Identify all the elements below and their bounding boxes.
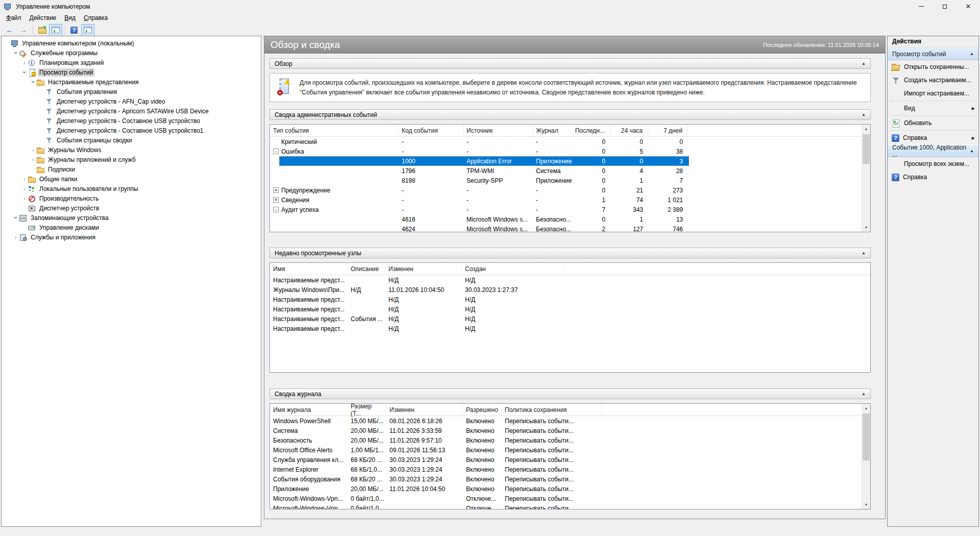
collapse-arrow-icon[interactable]: ▲ [862,61,866,66]
action-item[interactable]: Создать настраиваем... [888,74,978,87]
admin-event-row[interactable]: -Ошибка---0538 [270,147,870,156]
column-header[interactable]: Изменен [386,404,463,416]
menu-Файл[interactable]: Файл [2,13,26,22]
tree-collapsed-chevron-icon[interactable]: › [12,234,19,240]
overview-section-header[interactable]: Обзор ▲ [270,58,871,69]
vertical-scrollbar[interactable]: ▲ ▼ [862,404,870,509]
log-row[interactable]: Система20,00 МБ/...11.01.2026 3:33:59Вкл… [270,426,870,435]
log-row[interactable]: Microsoft-Windows-Vpn...0 байт/1,0...Отк… [270,503,870,509]
collapse-arrow-icon[interactable]: ▲ [862,112,866,117]
tree-collapsed-chevron-icon[interactable]: › [21,195,28,202]
tree-item[interactable]: Диспетчер устройств - Составное USB устр… [2,116,261,126]
admin-summary-section-header[interactable]: Сводка административных событий ▲ [270,109,871,120]
recent-nodes-section-header[interactable]: Недавно просмотренные узлы ▲ [270,248,871,258]
console-tree-toggle[interactable] [49,24,62,36]
column-header[interactable]: Имя [270,263,348,275]
tree-item[interactable]: Диспетчер устройств - AFN_Cap video [2,96,261,106]
column-header[interactable]: Код события [399,125,463,136]
log-row[interactable]: Microsoft Office Alerts1,00 МБ/1...09.01… [270,445,870,455]
recent-node-row[interactable]: Настраиваемые предст...Н/ДН/Д [270,324,870,333]
tree-collapsed-chevron-icon[interactable]: › [30,147,37,153]
column-header[interactable]: 7 дней [648,125,688,136]
log-row[interactable]: Microsoft-Windows-Vpn...0 байт/1,0...Отк… [270,494,870,503]
action-section-header[interactable]: Событие 1000, Application ...▲ [888,144,978,157]
tree-item[interactable]: Диспетчер устройств - Apricorn SATAWire … [2,106,261,116]
tree-item[interactable]: Диспетчер устройств - Составное USB устр… [2,126,261,135]
recent-node-row[interactable]: Настраиваемые предст...Н/ДН/Д [270,304,870,314]
tree-item[interactable]: ›Просмотр событий [2,67,261,77]
log-row[interactable]: Служба управления кл...68 КБ/20 ...30.03… [270,455,870,465]
tree-expanded-chevron-icon[interactable]: › [30,79,37,86]
action-item[interactable]: Импорт настраиваем... [888,87,978,100]
tree-expanded-chevron-icon[interactable]: › [21,69,28,76]
tree-item[interactable]: Диспетчер устройств [2,203,261,213]
group-collapse-icon[interactable]: - [273,207,279,212]
log-row[interactable]: Windows PowerShell15,00 МБ/...08.01.2026… [270,416,870,426]
action-pane-toggle[interactable] [81,24,94,36]
recent-node-row[interactable]: Настраиваемые предст...Н/ДН/Д [270,275,870,285]
log-row[interactable]: Приложение20,00 МБ/...11.01.2026 10:04:5… [270,484,870,494]
admin-event-row[interactable]: 8198Security-SPPПриложение017 [270,176,870,185]
collapse-arrow-icon[interactable]: ▲ [970,149,974,153]
log-row[interactable]: События оборудования68 КБ/20 ...30.03.20… [270,474,870,484]
admin-event-row[interactable]: 1000Application ErrorПриложение003 [270,156,870,166]
group-expand-icon[interactable]: + [273,197,279,203]
column-header[interactable]: Политика сохранения [502,404,602,416]
action-item[interactable]: Обновить [888,116,978,130]
action-item[interactable]: Справка [888,170,978,184]
tree-item[interactable]: ›Запоминающие устройства [2,213,261,223]
tree-item[interactable]: Управление дисками [2,223,261,232]
admin-event-row[interactable]: +Сведения---1741 021 [270,195,870,205]
tree-item[interactable]: ›Журналы приложений и служб [2,155,261,164]
action-item[interactable]: Просмотр всех экзем... [888,157,978,170]
column-header[interactable]: Размер (Т... [348,404,386,416]
tree-item[interactable]: ›Локальные пользователи и группы [2,184,261,193]
tree-item[interactable]: Управление компьютером (локальным) [2,38,261,48]
log-row[interactable]: Безопасность20,00 МБ/...11.01.2026 9:57:… [270,435,870,445]
forward-button[interactable]: → [17,24,30,36]
menu-Вид[interactable]: Вид [60,13,80,22]
tree-expanded-chevron-icon[interactable]: › [13,50,19,57]
log-row[interactable]: Internet Explorer68 КБ/1,0...30.03.2023 … [270,465,870,474]
action-item[interactable]: Справка▶ [888,131,978,144]
column-header[interactable]: Разрешено [463,404,502,416]
collapse-arrow-icon[interactable]: ▲ [862,392,866,396]
scroll-down-button[interactable]: ▼ [862,223,870,232]
back-button[interactable]: ← [3,24,16,36]
scroll-up-button[interactable]: ▲ [862,125,870,133]
minimize-button[interactable] [910,0,933,13]
column-header[interactable]: Журнал [533,125,578,136]
admin-event-row[interactable]: Критический---000 [270,137,870,147]
column-header[interactable]: 24 часа [610,125,648,136]
column-header[interactable]: Тип события [270,125,399,136]
close-button[interactable]: ✕ [957,0,980,13]
action-item[interactable]: Вид▶ [888,102,978,115]
group-collapse-icon[interactable]: - [273,149,279,154]
log-summary-section-header[interactable]: Сводка журнала ▲ [270,388,871,399]
tree-item[interactable]: ›Производительность [2,193,261,203]
group-expand-icon[interactable]: + [273,187,279,193]
recent-node-row[interactable]: Настраиваемые предст...События ...Н/ДН/Д [270,314,870,324]
collapse-arrow-icon[interactable]: ▲ [862,251,866,255]
admin-event-row[interactable]: 4616Microsoft Windows s...Безопасно...01… [270,214,870,224]
tree-item[interactable]: События страницы сводки [2,135,261,145]
recent-node-row[interactable]: Настраиваемые предст...Н/ДН/Д [270,295,870,304]
admin-event-row[interactable]: 1796TPM-WMIСистема0428 [270,166,870,176]
scroll-down-button[interactable]: ▼ [862,500,870,509]
tree-item[interactable]: ›Журналы Windows [2,145,261,155]
action-section-header[interactable]: Просмотр событий▲ [888,47,978,60]
tree-collapsed-chevron-icon[interactable]: › [21,59,28,66]
column-header[interactable]: Источник [463,125,533,136]
tree-item[interactable]: Подписки [2,164,261,174]
column-header[interactable]: Имя журнала [270,404,348,416]
tree-collapsed-chevron-icon[interactable]: › [30,156,37,163]
column-header[interactable]: Создан [462,263,564,275]
admin-event-row[interactable]: -Аудит успеха---73432 389 [270,205,870,214]
menu-Действие[interactable]: Действие [26,13,61,22]
tree-item[interactable]: ›Планировщик заданий [2,58,261,67]
scrollbar-thumb[interactable] [863,134,870,164]
tree-collapsed-chevron-icon[interactable]: › [21,185,28,192]
restore-button[interactable] [933,0,957,13]
column-header[interactable]: Последн... [578,125,610,136]
scroll-up-button[interactable]: ▲ [862,404,870,412]
